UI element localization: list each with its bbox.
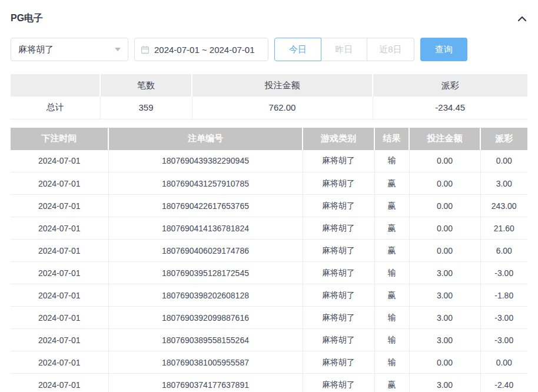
game-type-cell: 麻将胡了 — [303, 374, 374, 392]
game-type-cell: 麻将胡了 — [303, 307, 374, 329]
bet-amount-cell: 0.00 — [409, 240, 480, 262]
bet-amount-cell: 3.00 — [409, 374, 480, 392]
result-cell: 赢 — [374, 284, 409, 307]
chevron-up-icon — [517, 15, 527, 23]
bet-amount-cell: 0.00 — [409, 195, 480, 217]
table-row: 2024-07-011807690381005955587麻将胡了输0.000.… — [11, 351, 527, 374]
bet-table-body: 2024-07-011807690439382290945麻将胡了输0.000.… — [11, 150, 527, 392]
bet-time-cell: 2024-07-01 — [11, 172, 108, 195]
result-cell: 输 — [374, 150, 409, 172]
section-header: PG电子 — [11, 0, 527, 25]
collapse-section-button[interactable] — [517, 15, 527, 23]
bet-id-cell: 1807690374177637891 — [108, 374, 303, 392]
bet-id-cell: 1807690398202608128 — [108, 284, 303, 307]
bet-id-cell: 1807690381005955587 — [108, 351, 303, 374]
bet-time-cell: 2024-07-01 — [11, 195, 108, 217]
bet-time-cell: 2024-07-01 — [11, 284, 108, 307]
bet-time-cell: 2024-07-01 — [11, 240, 108, 262]
summary-header-bet-amount: 投注金额 — [192, 74, 373, 97]
chevron-down-icon — [115, 48, 121, 51]
summary-total-count: 359 — [100, 97, 192, 119]
payout-cell: 0.00 — [480, 351, 527, 374]
bet-amount-cell: 3.00 — [409, 307, 480, 329]
summary-header-count: 笔数 — [100, 74, 192, 97]
table-row: 2024-07-011807690431257910785麻将胡了赢0.003.… — [11, 172, 527, 195]
bet-id-cell: 1807690392099887616 — [108, 307, 303, 329]
summary-header-empty — [11, 74, 100, 97]
payout-cell: -3.00 — [480, 307, 527, 329]
payout-cell: 243.00 — [480, 195, 527, 217]
result-cell: 赢 — [374, 195, 409, 217]
summary-total-payout: -234.45 — [373, 97, 527, 119]
pg-electronic-panel: PG电子 麻将胡了 2024-07-01 ~ 2024-07-01 今日 昨日 … — [0, 0, 538, 392]
calendar-icon — [141, 45, 150, 54]
result-cell: 输 — [374, 351, 409, 374]
table-row: 2024-07-011807690392099887616麻将胡了输3.00-3… — [11, 307, 527, 329]
summary-total-bet-amount: 762.00 — [192, 97, 373, 119]
bet-time-cell: 2024-07-01 — [11, 217, 108, 240]
result-cell: 赢 — [374, 217, 409, 240]
table-row: 2024-07-011807690439382290945麻将胡了输0.000.… — [11, 150, 527, 172]
bet-amount-cell: 0.00 — [409, 217, 480, 240]
query-button[interactable]: 查询 — [420, 38, 467, 61]
summary-total-label: 总计 — [11, 97, 100, 119]
summary-header-row: 笔数 投注金额 派彩 — [11, 74, 527, 97]
payout-cell: 0.00 — [480, 150, 527, 172]
summary-header-payout: 派彩 — [373, 74, 527, 97]
bet-amount-cell: 0.00 — [409, 172, 480, 195]
result-cell: 赢 — [374, 172, 409, 195]
table-row: 2024-07-011807690414136781824麻将胡了赢0.0021… — [11, 217, 527, 240]
game-type-cell: 麻将胡了 — [303, 329, 374, 351]
bet-time-cell: 2024-07-01 — [11, 374, 108, 392]
table-row: 2024-07-011807690422617653765麻将胡了赢0.0024… — [11, 195, 527, 217]
bet-id-cell: 1807690422617653765 — [108, 195, 303, 217]
bet-amount-cell: 3.00 — [409, 262, 480, 284]
bet-time-cell: 2024-07-01 — [11, 329, 108, 351]
game-type-cell: 麻将胡了 — [303, 351, 374, 374]
bet-time-cell: 2024-07-01 — [11, 307, 108, 329]
last-8-days-button[interactable]: 近8日 — [367, 38, 414, 61]
header-bet-id: 注单编号 — [108, 128, 303, 150]
bet-amount-cell: 3.00 — [409, 284, 480, 307]
bet-id-cell: 1807690431257910785 — [108, 172, 303, 195]
date-range-input[interactable]: 2024-07-01 ~ 2024-07-01 — [134, 38, 268, 61]
filter-toolbar: 麻将胡了 2024-07-01 ~ 2024-07-01 今日 昨日 近8日 查… — [11, 38, 527, 61]
result-cell: 输 — [374, 262, 409, 284]
table-row: 2024-07-011807690406029174786麻将胡了赢0.006.… — [11, 240, 527, 262]
yesterday-button[interactable]: 昨日 — [321, 38, 367, 61]
payout-cell: -2.40 — [480, 374, 527, 392]
bet-time-cell: 2024-07-01 — [11, 351, 108, 374]
table-row: 2024-07-011807690398202608128麻将胡了赢3.00-1… — [11, 284, 527, 307]
result-cell: 赢 — [374, 374, 409, 392]
result-cell: 赢 — [374, 240, 409, 262]
summary-total-row: 总计 359 762.00 -234.45 — [11, 97, 527, 119]
bet-id-cell: 1807690406029174786 — [108, 240, 303, 262]
game-type-cell: 麻将胡了 — [303, 195, 374, 217]
bet-amount-cell: 0.00 — [409, 351, 480, 374]
header-payout: 派彩 — [480, 128, 527, 150]
result-cell: 输 — [374, 307, 409, 329]
bet-time-cell: 2024-07-01 — [11, 150, 108, 172]
bet-id-cell: 1807690439382290945 — [108, 150, 303, 172]
bet-id-cell: 1807690389558155264 — [108, 329, 303, 351]
game-type-cell: 麻将胡了 — [303, 240, 374, 262]
game-type-cell: 麻将胡了 — [303, 172, 374, 195]
payout-cell: -3.00 — [480, 262, 527, 284]
table-row: 2024-07-011807690395128172545麻将胡了输3.00-3… — [11, 262, 527, 284]
header-result: 结果 — [374, 128, 409, 150]
date-range-value: 2024-07-01 ~ 2024-07-01 — [154, 45, 255, 55]
bet-id-cell: 1807690395128172545 — [108, 262, 303, 284]
table-row: 2024-07-011807690389558155264麻将胡了输3.00-3… — [11, 329, 527, 351]
bet-amount-cell: 3.00 — [409, 329, 480, 351]
game-select[interactable]: 麻将胡了 — [11, 38, 128, 61]
bet-table-header-row: 下注时间 注单编号 游戏类别 结果 投注金额 派彩 — [11, 128, 527, 150]
game-type-cell: 麻将胡了 — [303, 217, 374, 240]
today-button[interactable]: 今日 — [274, 38, 321, 61]
result-cell: 输 — [374, 329, 409, 351]
game-select-value: 麻将胡了 — [18, 44, 54, 55]
header-game-type: 游戏类别 — [303, 128, 374, 150]
payout-cell: 3.00 — [480, 172, 527, 195]
page-title: PG电子 — [11, 12, 43, 25]
quick-date-button-group: 今日 昨日 近8日 — [274, 38, 414, 61]
bet-amount-cell: 0.00 — [409, 150, 480, 172]
